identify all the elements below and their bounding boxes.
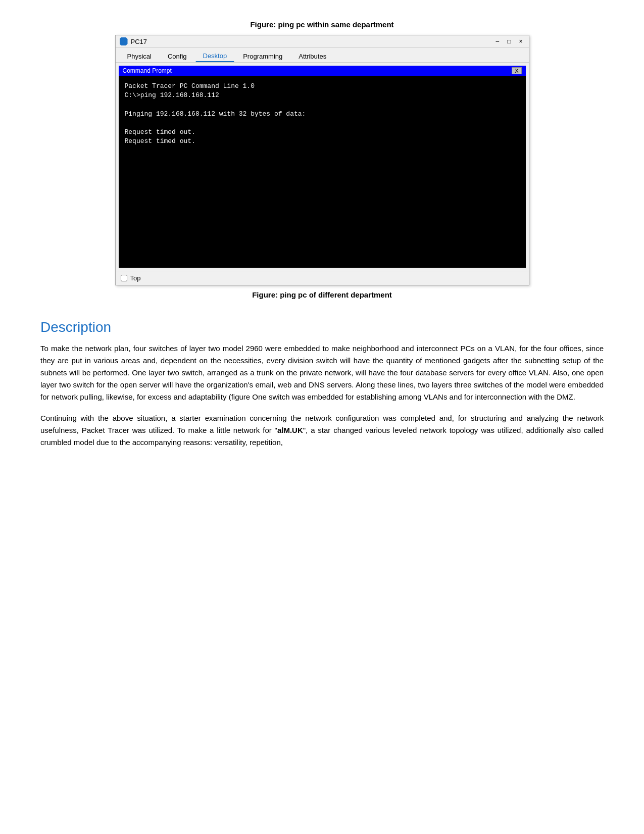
tab-physical[interactable]: Physical: [120, 51, 159, 62]
pc-tabs: Physical Config Desktop Programming Attr…: [116, 48, 529, 63]
close-button[interactable]: ×: [517, 38, 524, 45]
paragraph2-bold: alM.UK: [277, 426, 303, 434]
minimize-button[interactable]: –: [494, 38, 502, 45]
top-checkbox[interactable]: [121, 275, 127, 281]
description-paragraph2: Continuing with the above situation, a s…: [40, 412, 604, 449]
pc-titlebar-left: PC17: [120, 37, 147, 45]
figure2-caption: Figure: ping pc of different department: [40, 290, 604, 299]
pc-titlebar: PC17 – □ ×: [116, 35, 529, 48]
description-heading: Description: [40, 319, 604, 335]
cmd-wrapper: Command Prompt X Packet Tracer PC Comman…: [116, 63, 529, 271]
pc-icon: [120, 37, 128, 45]
tab-attributes[interactable]: Attributes: [291, 51, 334, 62]
cmd-body[interactable]: Packet Tracer PC Command Line 1.0 C:\>pi…: [119, 76, 526, 268]
figure1-caption: Figure: ping pc within same department: [40, 20, 604, 29]
description-section: Description To make the network plan, fo…: [40, 319, 604, 449]
tab-config[interactable]: Config: [160, 51, 194, 62]
pc-footer: Top: [116, 271, 529, 285]
cmd-titlebar: Command Prompt X: [119, 66, 526, 76]
description-paragraph1: To make the network plan, four switches …: [40, 342, 604, 403]
cmd-title-label: Command Prompt: [123, 67, 172, 74]
tab-desktop[interactable]: Desktop: [195, 50, 235, 62]
tab-programming[interactable]: Programming: [235, 51, 290, 62]
restore-button[interactable]: □: [505, 38, 513, 45]
pc-window: PC17 – □ × Physical Config Desktop Progr…: [115, 35, 529, 285]
cmd-close-button[interactable]: X: [512, 67, 521, 74]
top-label: Top: [130, 274, 141, 282]
pc-title: PC17: [131, 38, 147, 45]
pc-titlebar-controls[interactable]: – □ ×: [494, 38, 525, 45]
